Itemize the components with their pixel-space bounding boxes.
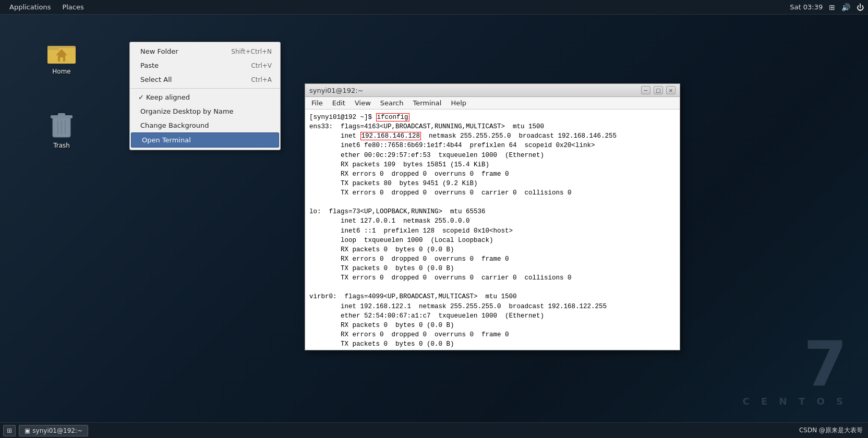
term-line-19 — [309, 283, 676, 292]
home-icon-label: Home — [52, 68, 70, 75]
term-line-25: TX packets 0 bytes 0 (0.0 B) — [309, 339, 676, 349]
term-line-11: lo: flags=73<UP,LOOPBACK,RUNNING> mtu 65… — [309, 207, 676, 216]
term-menu-help[interactable]: Help — [447, 98, 471, 108]
term-line-3: inet 192.168.146.128 netmask 255.255.255… — [309, 131, 676, 141]
term-line-26: TX errors 0 dropped 0 overruns 0 carrier… — [309, 349, 676, 350]
taskbar-terminal-app[interactable]: ▣ synyi01@192:~ — [19, 425, 88, 436]
term-line-18: TX errors 0 dropped 0 overruns 0 carrier… — [309, 273, 676, 283]
term-line-21: inet 192.168.122.1 netmask 255.255.255.0… — [309, 302, 676, 311]
centos-version-number: 7 — [743, 333, 847, 396]
trash-icon-label: Trash — [53, 142, 70, 149]
ctx-separator-1 — [130, 88, 280, 89]
topbar: Applications Places Sat 03:39 ⊞ 🔊 ⏻ — [0, 0, 868, 15]
centos-name: C E N T O S — [743, 396, 847, 407]
power-icon[interactable]: ⏻ — [857, 3, 864, 11]
term-menu-file[interactable]: File — [307, 98, 327, 108]
trash-icon — [46, 110, 77, 141]
ctx-paste[interactable]: Paste Ctrl+V — [130, 58, 280, 72]
term-line-24: RX errors 0 dropped 0 overruns 0 frame 0 — [309, 330, 676, 339]
svg-rect-5 — [60, 57, 63, 62]
context-menu: New Folder Shift+Ctrl+N Paste Ctrl+V Sel… — [129, 42, 281, 150]
term-line-22: ether 52:54:00:67:a1:c7 txqueuelen 1000 … — [309, 311, 676, 321]
ctx-change-bg[interactable]: Change Background — [130, 118, 280, 132]
term-line-17: TX packets 0 bytes 0 (0.0 B) — [309, 264, 676, 273]
ctx-organize[interactable]: Organize Desktop by Name — [130, 104, 280, 118]
taskbar-app-label: synyi01@192:~ — [32, 427, 82, 434]
term-line-7: RX errors 0 dropped 0 overruns 0 frame 0 — [309, 169, 676, 179]
volume-icon[interactable]: 🔊 — [841, 3, 850, 11]
terminal-minimize-btn[interactable]: − — [641, 86, 650, 94]
term-line-6: RX packets 109 bytes 15851 (15.4 KiB) — [309, 160, 676, 169]
ctx-keep-aligned[interactable]: ✓Keep aligned — [130, 90, 280, 104]
terminal-title: synyi01@192:~ — [309, 87, 364, 94]
taskbar-right-label: CSDN @原来是大表哥 — [799, 427, 863, 434]
terminal-body[interactable]: [synyi01@192 ~]$ ifconfig ens33: flags=4… — [305, 110, 680, 350]
term-line-16: RX errors 0 dropped 0 overruns 0 frame 0 — [309, 254, 676, 264]
taskbar: ⊞ ▣ synyi01@192:~ CSDN @原来是大表哥 — [0, 422, 868, 438]
term-line-4: inet6 fe80::7658:6b69:1e1f:4b44 prefixle… — [309, 141, 676, 150]
term-line-20: virbr0: flags=4099<UP,BROADCAST,MULTICAS… — [309, 292, 676, 301]
term-line-9: TX errors 0 dropped 0 overruns 0 carrier… — [309, 188, 676, 198]
ctx-select-all[interactable]: Select All Ctrl+A — [130, 72, 280, 87]
term-line-12: inet 127.0.0.1 netmask 255.0.0.0 — [309, 216, 676, 226]
centos-watermark: 7 C E N T O S — [743, 333, 847, 407]
datetime: Sat 03:39 — [790, 3, 823, 11]
terminal-controls: − □ × — [641, 86, 676, 94]
term-line-5: ether 00:0c:29:57:ef:53 txqueuelen 1000 … — [309, 151, 676, 160]
terminal-menubar: File Edit View Search Terminal Help — [305, 97, 680, 110]
ctx-open-terminal[interactable]: Open Terminal — [131, 132, 279, 148]
topbar-right: Sat 03:39 ⊞ 🔊 ⏻ — [790, 3, 864, 11]
home-folder-icon — [46, 35, 77, 67]
terminal-titlebar: synyi01@192:~ − □ × — [305, 84, 680, 97]
taskbar-left: ⊞ ▣ synyi01@192:~ — [0, 425, 91, 436]
term-line-1: [synyi01@192 ~]$ ifconfig — [309, 113, 676, 122]
workspace-switcher[interactable]: ⊞ — [3, 425, 16, 436]
terminal-icon: ▣ — [25, 427, 30, 434]
term-line-8: TX packets 80 bytes 9451 (9.2 KiB) — [309, 179, 676, 188]
term-ifconfig-cmd: ifconfig — [376, 113, 409, 121]
term-menu-view[interactable]: View — [351, 98, 375, 108]
term-line-15: RX packets 0 bytes 0 (0.0 B) — [309, 245, 676, 254]
term-line-14: loop txqueuelen 1000 (Local Loopback) — [309, 236, 676, 245]
menu-places[interactable]: Places — [57, 2, 89, 12]
term-menu-terminal[interactable]: Terminal — [408, 98, 445, 108]
network-icon[interactable]: ⊞ — [829, 3, 835, 11]
svg-rect-2 — [47, 46, 59, 50]
terminal-close-btn[interactable]: × — [666, 86, 676, 94]
term-menu-edit[interactable]: Edit — [328, 98, 349, 108]
term-line-2: ens33: flags=4163<UP,BROADCAST,RUNNING,M… — [309, 122, 676, 131]
topbar-left: Applications Places — [4, 2, 89, 12]
term-ip-addr: 192.168.146.128 — [360, 132, 421, 140]
menu-applications[interactable]: Applications — [4, 2, 56, 12]
taskbar-right: CSDN @原来是大表哥 — [799, 426, 868, 435]
terminal-window: synyi01@192:~ − □ × File Edit View Searc… — [305, 83, 680, 350]
term-line-23: RX packets 0 bytes 0 (0.0 B) — [309, 321, 676, 330]
term-line-13: inet6 ::1 prefixlen 128 scopeid 0x10<hos… — [309, 226, 676, 236]
term-line-10 — [309, 198, 676, 207]
desktop-icon-trash[interactable]: Trash — [41, 110, 82, 149]
term-menu-search[interactable]: Search — [376, 98, 408, 108]
terminal-maximize-btn[interactable]: □ — [654, 86, 663, 94]
ctx-new-folder[interactable]: New Folder Shift+Ctrl+N — [130, 44, 280, 58]
svg-rect-9 — [58, 113, 65, 116]
desktop-icon-home[interactable]: Home — [41, 35, 82, 75]
